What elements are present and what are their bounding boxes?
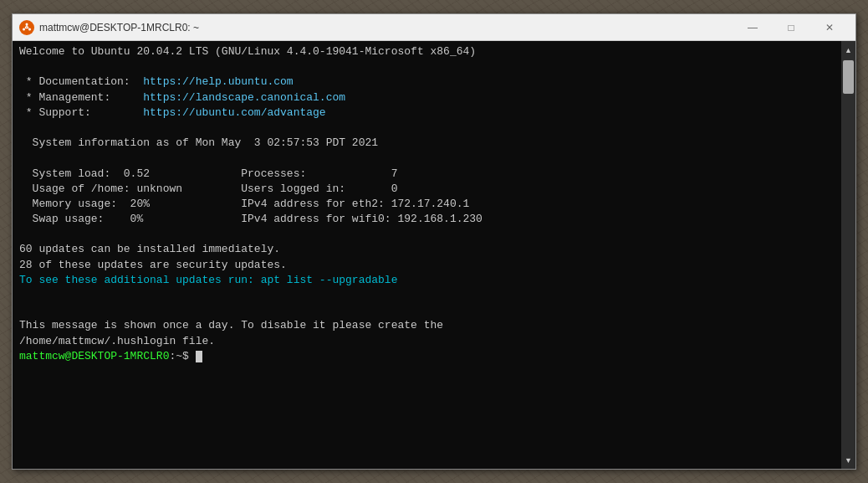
prompt-user: mattmcw@DESKTOP-1MRCLR0 [19,349,169,364]
line-upgradable: To see these additional updates run: apt… [19,273,835,288]
titlebar: mattmcw@DESKTOP-1MRCLR0: ~ — □ ✕ [13,14,855,41]
terminal-body: Welcome to Ubuntu 20.04.2 LTS (GNU/Linux… [13,41,855,469]
line-blank-1 [19,59,835,75]
scrollbar-track[interactable] [841,57,855,453]
line-blank-5 [19,288,835,303]
line-memory: Memory usage: 20% IPv4 address for eth2:… [19,197,835,212]
line-blank-4 [19,227,835,242]
ubuntu-icon [19,20,34,35]
line-message-2: /home/mattmcw/.hushlogin file. [19,334,835,349]
minimize-button[interactable]: — [733,14,772,41]
line-docs: * Documentation: https://help.ubuntu.com [19,75,835,90]
line-blank-3 [19,151,835,166]
terminal-output[interactable]: Welcome to Ubuntu 20.04.2 LTS (GNU/Linux… [13,41,841,469]
line-swap: Swap usage: 0% IPv4 address for wifi0: 1… [19,212,835,227]
line-support: * Support: https://ubuntu.com/advantage [19,105,835,121]
line-home: Usage of /home: unknown Users logged in:… [19,182,835,197]
line-sysinfo: System information as of Mon May 3 02:57… [19,136,835,151]
prompt-path: :~$ [169,349,188,364]
scrollbar[interactable]: ▲ ▼ [841,41,855,469]
line-blank-2 [19,121,835,136]
window-controls: — □ ✕ [733,14,849,41]
prompt-line: mattmcw@DESKTOP-1MRCLR0:~$ [19,349,835,364]
line-sysload: System load: 0.52 Processes: 7 [19,167,835,182]
maximize-button[interactable]: □ [772,14,810,41]
line-updates-2: 28 of these updates are security updates… [19,258,835,273]
line-mgmt: * Management: https://landscape.canonica… [19,90,835,105]
svg-point-1 [26,23,28,25]
scroll-down-button[interactable]: ▼ [841,453,855,467]
line-updates-1: 60 updates can be installed immediately. [19,242,835,257]
svg-point-3 [28,28,31,30]
line-message-1: This message is shown once a day. To dis… [19,318,835,333]
terminal-window: mattmcw@DESKTOP-1MRCLR0: ~ — □ ✕ Welcome… [12,13,856,470]
line-welcome: Welcome to Ubuntu 20.04.2 LTS (GNU/Linux… [19,44,835,59]
scrollbar-thumb[interactable] [843,60,854,94]
line-blank-6 [19,303,835,318]
cursor [196,351,202,362]
close-button[interactable]: ✕ [810,14,849,41]
svg-point-2 [23,28,25,30]
scroll-up-button[interactable]: ▲ [841,43,855,57]
window-title: mattmcw@DESKTOP-1MRCLR0: ~ [39,22,728,33]
